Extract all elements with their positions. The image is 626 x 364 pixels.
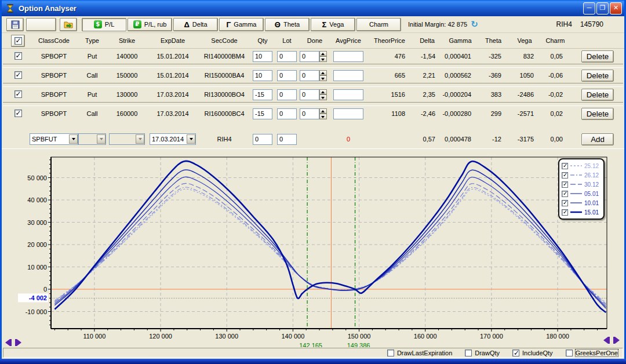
delete-button[interactable]: Delete <box>581 89 614 101</box>
price-label: 145790 <box>580 20 603 28</box>
done-input[interactable] <box>300 51 319 62</box>
row-theta: -325 <box>478 53 508 60</box>
header-charm: Charm <box>541 37 570 44</box>
pan-left-icon[interactable] <box>5 339 12 346</box>
done-input[interactable] <box>300 108 319 119</box>
gamma-toggle-button[interactable]: Γ Gamma <box>219 18 264 31</box>
row-checkbox[interactable] <box>14 52 22 60</box>
qty-input[interactable] <box>253 89 272 100</box>
delta-label: Delta <box>192 21 208 28</box>
expdate-combo-value: 17.03.2014 <box>152 136 184 143</box>
avgprice-input[interactable] <box>333 108 363 119</box>
pan-right-icon[interactable] <box>15 339 21 346</box>
pl-toggle-button[interactable]: $ P/L <box>82 18 126 31</box>
lot-input[interactable] <box>277 108 297 119</box>
table-row: SPBOPTPut14000015.01.2014RI140000BM4476-… <box>2 49 624 64</box>
chevron-down-icon[interactable] <box>97 134 105 144</box>
classcode-combo[interactable]: SPBFUT <box>30 133 78 145</box>
qty-input[interactable] <box>253 51 272 62</box>
add-row: SPBFUT 17.03.2014 RIH4 0 0,57 0,000478 -… <box>2 131 624 147</box>
toggle-all-button[interactable] <box>11 35 25 47</box>
add-button[interactable]: Add <box>581 133 614 145</box>
delete-button[interactable]: Delete <box>581 50 614 63</box>
legend-item-30.12[interactable]: 30.12 <box>562 180 601 189</box>
row-delta: 2,35 <box>412 91 442 98</box>
done-spinner[interactable] <box>319 51 327 62</box>
add-qty-input[interactable] <box>253 134 272 145</box>
save-icon <box>11 20 20 29</box>
delete-button[interactable]: Delete <box>581 70 614 82</box>
open-folder-button[interactable] <box>60 18 77 31</box>
theta-toggle-button[interactable]: Θ Theta <box>265 18 310 31</box>
qty-input[interactable] <box>253 70 272 81</box>
legend-checkbox[interactable] <box>562 181 568 188</box>
row-type: Call <box>78 72 106 79</box>
maximize-button[interactable]: ❐ <box>596 2 609 14</box>
legend-item-25.12[interactable]: 25.12 <box>562 161 601 170</box>
add-lot-input[interactable] <box>277 134 297 145</box>
avgprice-input[interactable] <box>333 70 363 81</box>
charm-toggle-button[interactable]: Charm <box>356 18 401 31</box>
delta-icon: Δ <box>184 20 189 29</box>
vega-toggle-button[interactable]: Σ Vega <box>311 18 355 31</box>
svg-text:160 000: 160 000 <box>414 333 437 340</box>
greeks-per-one-checkbox[interactable] <box>566 350 573 356</box>
toggle-all-checkbox[interactable] <box>14 37 22 45</box>
lot-input[interactable] <box>277 89 297 100</box>
window-title: Option Analyser <box>19 4 583 13</box>
done-spinner[interactable] <box>319 70 327 81</box>
draw-last-expiration-option[interactable]: DrawLastExpiration <box>387 350 452 356</box>
legend-item-26.12[interactable]: 26.12 <box>562 170 601 180</box>
minimize-button[interactable]: ─ <box>583 2 595 14</box>
option-analyser-window: Option Analyser ─ ❐ ✕ $ P/L <box>0 0 626 364</box>
draw-last-expiration-label: DrawLastExpiration <box>397 350 452 356</box>
close-button[interactable]: ✕ <box>610 2 622 14</box>
row-gamma: 0,000401 <box>442 53 478 60</box>
legend-checkbox[interactable] <box>562 172 568 179</box>
pl-chart: 50 00040 00030 00020 00010 0000-10 00011… <box>2 148 624 347</box>
legend-checkbox[interactable] <box>562 209 568 216</box>
done-spinner[interactable] <box>319 108 327 119</box>
delete-button[interactable]: Delete <box>581 108 614 120</box>
strike-combo[interactable] <box>109 133 145 145</box>
pl-rub-toggle-button[interactable]: ₽ P/L, rub <box>128 18 172 31</box>
chevron-down-icon[interactable] <box>69 134 78 144</box>
draw-last-expiration-checkbox[interactable] <box>387 350 394 356</box>
save-button[interactable] <box>6 18 24 31</box>
done-spinner[interactable] <box>319 89 327 100</box>
type-combo[interactable] <box>78 133 106 145</box>
greeks-per-one-option[interactable]: GreeksPerOne <box>566 350 618 356</box>
include-qty-label: IncludeQty <box>522 350 553 356</box>
include-qty-option[interactable]: IncludeQty <box>512 350 553 356</box>
pan-left-icon[interactable] <box>603 337 610 344</box>
chevron-down-icon[interactable] <box>187 134 195 144</box>
qty-input[interactable] <box>253 108 272 119</box>
refresh-icon[interactable]: ↻ <box>471 19 478 30</box>
pl-chart-canvas[interactable]: 50 00040 00030 00020 00010 0000-10 00011… <box>2 149 624 347</box>
legend-item-05.01[interactable]: 05.01 <box>562 189 601 198</box>
row-type: Call <box>78 110 106 117</box>
row-checkbox[interactable] <box>14 71 22 79</box>
legend-checkbox[interactable] <box>562 163 568 169</box>
lot-input[interactable] <box>277 70 297 81</box>
expdate-combo[interactable]: 17.03.2014 <box>150 133 196 145</box>
chevron-down-icon[interactable] <box>136 134 144 144</box>
include-qty-checkbox[interactable] <box>512 350 519 356</box>
legend-item-10.01[interactable]: 10.01 <box>562 198 601 208</box>
draw-qty-option[interactable]: DrawQty <box>465 350 500 356</box>
lot-input[interactable] <box>277 51 297 62</box>
legend-item-15.01[interactable]: 15.01 <box>562 208 601 217</box>
row-checkbox[interactable] <box>14 110 22 117</box>
avgprice-input[interactable] <box>333 89 363 100</box>
delta-toggle-button[interactable]: Δ Delta <box>173 18 218 31</box>
done-input[interactable] <box>300 70 319 81</box>
draw-qty-checkbox[interactable] <box>465 350 472 356</box>
svg-text:110 000: 110 000 <box>83 333 105 340</box>
avgprice-input[interactable] <box>333 51 363 62</box>
done-input[interactable] <box>300 89 319 100</box>
blank-button[interactable] <box>26 18 56 31</box>
pan-right-icon[interactable] <box>613 337 620 344</box>
legend-checkbox[interactable] <box>562 191 568 197</box>
legend-checkbox[interactable] <box>562 200 568 206</box>
row-checkbox[interactable] <box>14 90 22 98</box>
